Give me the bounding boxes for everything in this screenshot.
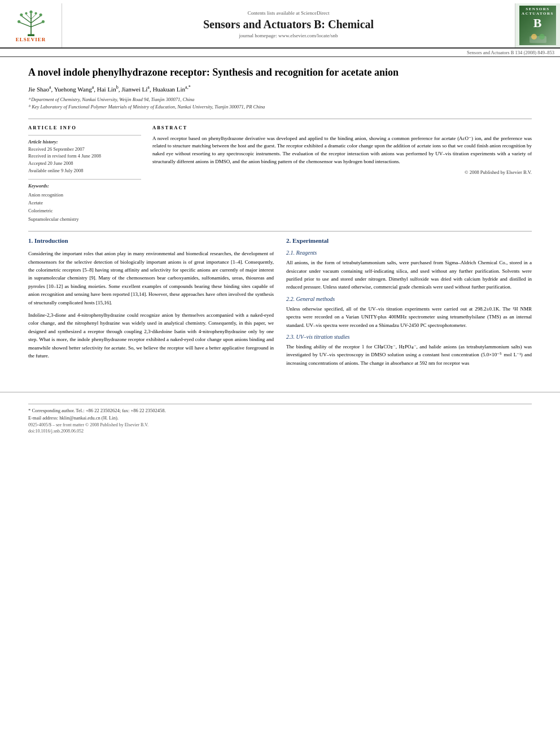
header-center: Contents lists available at ScienceDirec… bbox=[62, 3, 515, 47]
history-label: Article history: bbox=[28, 139, 141, 145]
author-hai-lin: Hai Lin bbox=[97, 86, 116, 93]
affiliations: ᵃ Department of Chemistry, Nankai Univer… bbox=[28, 96, 532, 111]
keyword-2: Acetate bbox=[28, 199, 141, 207]
author-yuehong-wang: Yuehong Wang bbox=[54, 86, 92, 93]
body-content: 1. Introduction Considering the importan… bbox=[28, 237, 532, 375]
article-history-block: Article history: Received 26 September 2… bbox=[28, 135, 141, 174]
svg-point-11 bbox=[41, 20, 44, 23]
article-info-column: ARTICLE INFO Article history: Received 2… bbox=[28, 125, 141, 224]
methods-subheading: 2.2. General methods bbox=[286, 296, 532, 302]
available-date: Available online 9 July 2008 bbox=[28, 167, 141, 174]
page-header: ELSEVIER Contents lists available at Sci… bbox=[0, 0, 560, 49]
author-jie-shao: Jie Shao bbox=[28, 86, 49, 93]
elsevier-logo-section: ELSEVIER bbox=[0, 3, 62, 47]
corresponding-note: * Corresponding author. Tel.: +86 22 235… bbox=[28, 408, 532, 413]
body-left-column: 1. Introduction Considering the importan… bbox=[28, 237, 274, 375]
elsevier-tree-icon bbox=[14, 8, 48, 37]
journal-logo-icon bbox=[530, 32, 546, 43]
svg-point-9 bbox=[39, 14, 42, 16]
abstract-label: ABSTRACT bbox=[152, 125, 532, 130]
keywords-block: Keywords: Anion recognition Acetate Colo… bbox=[28, 179, 141, 224]
article-title: A novel indole phenylhydrazone receptor:… bbox=[28, 66, 532, 79]
journal-citation: Sensors and Actuators B 134 (2008) 849–8… bbox=[467, 50, 554, 55]
author-jianwei-li: Jianwei Li bbox=[121, 86, 147, 93]
main-content: A novel indole phenylhydrazone receptor:… bbox=[0, 57, 560, 386]
titration-subheading: 2.3. UV–vis titration studies bbox=[286, 334, 532, 340]
sciencedirect-line: Contents lists available at ScienceDirec… bbox=[248, 10, 330, 16]
svg-point-18 bbox=[539, 34, 545, 40]
body-right-column: 2. Experimental 2.1. Reagents All anions… bbox=[286, 237, 532, 375]
svg-point-8 bbox=[20, 14, 23, 16]
keyword-3: Colorimetric bbox=[28, 207, 141, 215]
svg-point-12 bbox=[25, 12, 27, 15]
intro-paragraph-2: Indoline-2,3-dione and 4-nitrophenylhydr… bbox=[28, 311, 274, 360]
svg-rect-15 bbox=[28, 34, 34, 36]
article-info-label: ARTICLE INFO bbox=[28, 125, 141, 130]
svg-point-14 bbox=[29, 11, 32, 14]
divider-1 bbox=[28, 119, 532, 119]
footer-divider bbox=[28, 404, 532, 404]
experimental-section: 2. Experimental 2.1. Reagents All anions… bbox=[286, 237, 532, 367]
keyword-1: Anion recognition bbox=[28, 191, 141, 199]
journal-logo-box: SENSORS ACTUATORS B bbox=[515, 3, 560, 47]
affiliation-a: ᵃ Department of Chemistry, Nankai Univer… bbox=[28, 96, 532, 103]
introduction-section: 1. Introduction Considering the importan… bbox=[28, 237, 274, 360]
article-info-abstract-section: ARTICLE INFO Article history: Received 2… bbox=[28, 125, 532, 224]
revised-date: Received in revised form 4 June 2008 bbox=[28, 152, 141, 160]
doi-line: doi:10.1016/j.snb.2008.06.052 bbox=[28, 429, 532, 434]
keyword-4: Supramolecular chemistry bbox=[28, 215, 141, 223]
divider-2 bbox=[28, 231, 532, 231]
copyright-notice: © 2008 Published by Elsevier B.V. bbox=[152, 169, 532, 175]
abstract-column: ABSTRACT A novel receptor based on pheny… bbox=[152, 125, 532, 224]
abstract-text: A novel receptor based on phenylhydrazon… bbox=[152, 135, 532, 167]
journal-title: Sensors and Actuators B: Chemical bbox=[203, 18, 374, 31]
journal-logo-image: SENSORS ACTUATORS B bbox=[519, 6, 556, 45]
authors-line: Jie Shaoa, Yuehong Wanga, Hai Linb, Jian… bbox=[28, 85, 532, 93]
issn-line: 0925-4005/$ – see front matter © 2008 Pu… bbox=[28, 422, 532, 427]
intro-paragraph-1: Considering the important roles that ani… bbox=[28, 250, 274, 307]
svg-point-17 bbox=[531, 34, 537, 40]
journal-info-line: Sensors and Actuators B 134 (2008) 849–8… bbox=[0, 49, 560, 57]
author-huakuan-lin: Huakuan Lin bbox=[152, 86, 185, 93]
affiliation-b: ᵇ Key Laboratory of Functional Polymer M… bbox=[28, 103, 532, 111]
elsevier-label: ELSEVIER bbox=[16, 37, 46, 42]
journal-homepage: journal homepage: www.elsevier.com/locat… bbox=[239, 33, 338, 38]
page-footer: * Corresponding author. Tel.: +86 22 235… bbox=[0, 392, 560, 440]
reagents-subheading: 2.1. Reagents bbox=[286, 250, 532, 256]
keywords-label: Keywords: bbox=[28, 183, 141, 189]
accepted-date: Accepted 20 June 2008 bbox=[28, 160, 141, 167]
svg-point-10 bbox=[18, 20, 20, 23]
svg-point-13 bbox=[34, 12, 37, 15]
received-date: Received 26 September 2007 bbox=[28, 146, 141, 153]
reagents-text: All anions, in the form of tetrabutylamm… bbox=[286, 259, 532, 291]
experimental-heading: 2. Experimental bbox=[286, 237, 532, 245]
intro-heading: 1. Introduction bbox=[28, 237, 274, 245]
methods-text: Unless otherwise specified, all of the U… bbox=[286, 305, 532, 329]
titration-text: The binding ability of the receptor 1 fo… bbox=[286, 343, 532, 367]
email-note: E-mail address: hklin@nankai.edu.cn (H. … bbox=[28, 415, 532, 421]
